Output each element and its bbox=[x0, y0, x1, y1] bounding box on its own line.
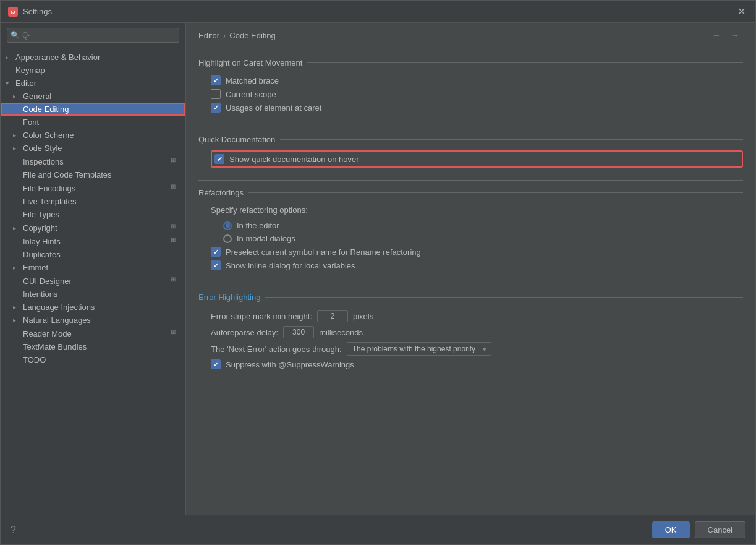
sidebar-item-label: TextMate Bundles bbox=[23, 342, 181, 351]
arrow-icon: ▾ bbox=[6, 80, 15, 87]
sidebar-item-label: Live Templates bbox=[23, 197, 181, 206]
external-icon: ⊞ bbox=[171, 236, 181, 246]
ok-button[interactable]: OK bbox=[652, 521, 690, 538]
sidebar-item-label: File Types bbox=[23, 210, 181, 219]
section-quick-doc: Quick Documentation ✓ Show quick documen… bbox=[198, 135, 743, 168]
sidebar-item-label: Natural Languages bbox=[23, 315, 181, 325]
help-button[interactable]: ? bbox=[11, 525, 16, 536]
section-highlight: Highlight on Caret Movement ✓ Matched br… bbox=[198, 58, 743, 114]
section-error-title: Error Highlighting bbox=[198, 293, 743, 302]
sidebar-item-label: TODO bbox=[23, 355, 181, 364]
section-refactorings-title: Refactorings bbox=[198, 188, 743, 197]
checkbox-suppress-warnings[interactable]: ✓ bbox=[211, 359, 221, 369]
arrow-icon: ▸ bbox=[13, 225, 23, 231]
option-label: Preselect current symbol name for Rename… bbox=[226, 247, 421, 257]
search-icon: 🔍 bbox=[11, 31, 20, 40]
sidebar-item-language-injections[interactable]: ▸ Language Injections bbox=[1, 301, 185, 314]
sidebar-item-duplicates[interactable]: Duplicates bbox=[1, 248, 185, 261]
sidebar-item-inspections[interactable]: Inspections ⊞ bbox=[1, 155, 185, 168]
content-area: Highlight on Caret Movement ✓ Matched br… bbox=[186, 48, 755, 515]
radio-in-modal[interactable] bbox=[223, 234, 232, 243]
sidebar-item-appearance[interactable]: ▸ Appearance & Behavior bbox=[1, 51, 185, 64]
checkbox-matched-brace[interactable]: ✓ bbox=[211, 75, 221, 85]
close-button[interactable]: ✕ bbox=[735, 6, 748, 17]
sidebar-item-code-editing[interactable]: Code Editing bbox=[1, 103, 185, 116]
sidebar-item-general[interactable]: ▸ General bbox=[1, 90, 185, 103]
error-stripe-input[interactable] bbox=[317, 310, 348, 322]
external-icon: ⊞ bbox=[171, 276, 181, 286]
sidebar-item-label: Color Scheme bbox=[23, 131, 181, 140]
sidebar-item-copyright[interactable]: ▸ Copyright ⊞ bbox=[1, 221, 185, 234]
quick-doc-highlight-box: ✓ Show quick documentation on hover bbox=[211, 150, 743, 168]
sidebar-item-label: Code Style bbox=[23, 144, 181, 153]
svg-text:IJ: IJ bbox=[11, 9, 15, 15]
sidebar-item-label: Inspections bbox=[23, 157, 171, 166]
app-icon: IJ bbox=[8, 7, 18, 17]
sidebar-item-label: GUI Designer bbox=[23, 277, 171, 286]
sidebar-item-file-templates[interactable]: File and Code Templates bbox=[1, 168, 185, 181]
dialog-title: Settings bbox=[23, 7, 52, 16]
sidebar-item-live-templates[interactable]: Live Templates bbox=[1, 195, 185, 208]
external-icon: ⊞ bbox=[171, 328, 181, 338]
option-in-modal: In modal dialogs bbox=[198, 232, 743, 245]
arrow-icon: ▸ bbox=[13, 93, 23, 100]
sidebar-item-inlay-hints[interactable]: Inlay Hints ⊞ bbox=[1, 234, 185, 248]
dialog-body: 🔍 ▸ Appearance & Behavior Keymap ▾ bbox=[1, 23, 755, 515]
sidebar-item-editor[interactable]: ▾ Editor bbox=[1, 77, 185, 90]
radio-label: In modal dialogs bbox=[237, 234, 295, 243]
sidebar-item-file-types[interactable]: File Types bbox=[1, 208, 185, 221]
checkbox-inline-dialog[interactable]: ✓ bbox=[211, 260, 221, 270]
option-matched-brace: ✓ Matched brace bbox=[198, 74, 743, 87]
sidebar-item-keymap[interactable]: Keymap bbox=[1, 64, 185, 77]
sidebar-item-label: Editor bbox=[15, 79, 181, 88]
sidebar-item-label: Code Editing bbox=[23, 105, 181, 114]
sidebar-item-code-style[interactable]: ▸ Code Style bbox=[1, 142, 185, 155]
checkbox-usages-at-caret[interactable]: ✓ bbox=[211, 103, 221, 113]
checkbox-quick-doc-hover[interactable]: ✓ bbox=[214, 154, 224, 164]
sidebar-item-emmet[interactable]: ▸ Emmet bbox=[1, 261, 185, 274]
sidebar-item-label: Copyright bbox=[23, 223, 171, 233]
autoreparse-label: Autoreparse delay: bbox=[211, 328, 278, 337]
arrow-icon: ▸ bbox=[13, 264, 23, 271]
sidebar-item-font[interactable]: Font bbox=[1, 116, 185, 129]
sidebar-item-color-scheme[interactable]: ▸ Color Scheme bbox=[1, 129, 185, 142]
sidebar-item-label: Appearance & Behavior bbox=[15, 53, 181, 62]
sidebar-item-reader-mode[interactable]: Reader Mode ⊞ bbox=[1, 327, 185, 340]
sidebar-item-intentions[interactable]: Intentions bbox=[1, 288, 185, 301]
next-error-dropdown[interactable]: The problems with the highest priority A… bbox=[347, 342, 491, 356]
sidebar: 🔍 ▸ Appearance & Behavior Keymap ▾ bbox=[1, 23, 186, 515]
autoreparse-input[interactable] bbox=[283, 326, 314, 338]
sidebar-tree: ▸ Appearance & Behavior Keymap ▾ Editor … bbox=[1, 48, 185, 515]
sidebar-item-label: General bbox=[23, 92, 181, 101]
error-stripe-label: Error stripe mark min height: bbox=[211, 312, 312, 321]
divider2 bbox=[198, 180, 743, 181]
sidebar-item-label: Intentions bbox=[23, 290, 181, 299]
sidebar-item-label: Reader Mode bbox=[23, 329, 171, 338]
sidebar-item-label: File Encodings bbox=[23, 184, 171, 193]
sidebar-item-label: Language Injections bbox=[23, 303, 181, 312]
sidebar-item-label: Font bbox=[23, 118, 181, 127]
sidebar-item-natural-languages[interactable]: ▸ Natural Languages bbox=[1, 314, 185, 327]
sidebar-item-gui-designer[interactable]: GUI Designer ⊞ bbox=[1, 274, 185, 288]
section-refactorings: Refactorings Specify refactoring options… bbox=[198, 188, 743, 272]
option-label: Current scope bbox=[226, 90, 276, 99]
nav-back-button[interactable]: ← bbox=[708, 29, 724, 41]
option-label: Show quick documentation on hover bbox=[229, 155, 359, 164]
error-stripe-row: Error stripe mark min height: pixels bbox=[198, 308, 743, 324]
checkbox-current-scope[interactable] bbox=[211, 89, 221, 99]
radio-in-editor[interactable] bbox=[223, 221, 232, 230]
option-label: Show inline dialog for local variables bbox=[226, 261, 355, 270]
sidebar-item-textmate[interactable]: TextMate Bundles bbox=[1, 340, 185, 353]
footer-buttons: OK Cancel bbox=[652, 521, 745, 538]
sidebar-item-file-encodings[interactable]: File Encodings ⊞ bbox=[1, 181, 185, 195]
next-error-row: The 'Next Error' action goes through: Th… bbox=[198, 340, 743, 358]
section-quick-doc-title: Quick Documentation bbox=[198, 135, 743, 144]
sidebar-item-todo[interactable]: TODO bbox=[1, 353, 185, 366]
cancel-button[interactable]: Cancel bbox=[695, 521, 745, 538]
nav-forward-button[interactable]: → bbox=[727, 29, 743, 41]
option-usages-at-caret: ✓ Usages of element at caret bbox=[198, 101, 743, 114]
breadcrumb-separator: › bbox=[223, 31, 226, 40]
arrow-icon: ▸ bbox=[6, 54, 15, 61]
checkbox-preselect-rename[interactable]: ✓ bbox=[211, 247, 221, 257]
search-input[interactable] bbox=[7, 28, 179, 43]
